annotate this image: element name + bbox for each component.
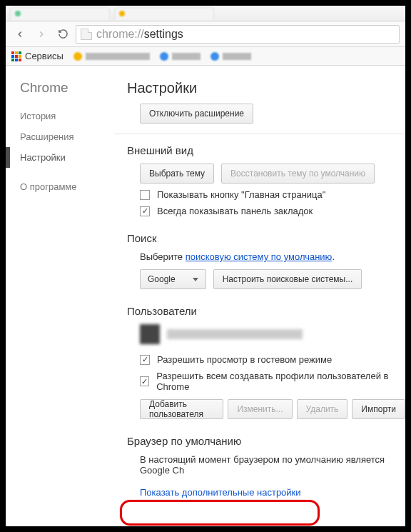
address-bar[interactable]: chrome://settings bbox=[76, 25, 400, 44]
divider bbox=[114, 134, 405, 134]
allow-create-profiles-label: Разрешить всем создавать профили пользов… bbox=[156, 371, 405, 392]
manage-search-engines-button[interactable]: Настроить поисковые системы... bbox=[213, 269, 362, 289]
bookmarks-bar: Сервисы bbox=[6, 47, 405, 66]
search-description: Выберите поисковую систему по умолчанию. bbox=[140, 251, 405, 262]
settings-sidebar: Chrome История Расширения Настройки О пр… bbox=[6, 66, 114, 526]
guest-mode-label: Разрешить просмотр в гостевом режиме bbox=[157, 354, 332, 365]
page-title: Настройки bbox=[127, 80, 405, 96]
sidebar-item-settings[interactable]: Настройки bbox=[6, 147, 114, 168]
show-advanced-link[interactable]: Показать дополнительные настройки bbox=[140, 487, 301, 498]
section-default-browser-title: Браузер по умолчанию bbox=[127, 435, 405, 447]
guest-mode-checkbox[interactable] bbox=[140, 355, 150, 365]
section-users-title: Пользователи bbox=[127, 305, 405, 317]
reload-button[interactable] bbox=[54, 26, 71, 43]
sidebar-item-about[interactable]: О программе bbox=[6, 176, 114, 197]
edit-user-button[interactable]: Изменить... bbox=[228, 399, 292, 419]
user-name bbox=[167, 329, 303, 339]
brand-title: Chrome bbox=[6, 80, 114, 106]
settings-main: Настройки Отключить расширение Внешний в… bbox=[114, 66, 405, 526]
url-scheme: chrome:// bbox=[96, 28, 144, 41]
show-home-label: Показывать кнопку "Главная страница" bbox=[157, 189, 325, 200]
import-button[interactable]: Импорти bbox=[352, 399, 405, 419]
avatar bbox=[140, 324, 160, 344]
current-user-row[interactable] bbox=[140, 324, 405, 344]
add-user-button[interactable]: Добавить пользователя bbox=[140, 399, 223, 419]
delete-user-button[interactable]: Удалить bbox=[297, 399, 348, 419]
apps-icon bbox=[11, 51, 21, 61]
browser-tab[interactable] bbox=[10, 7, 110, 20]
section-appearance-title: Внешний вид bbox=[127, 144, 405, 156]
tab-strip bbox=[6, 6, 405, 21]
default-browser-status: В настоящий момент браузером по умолчани… bbox=[140, 454, 405, 476]
apps-shortcut[interactable]: Сервисы bbox=[11, 51, 64, 61]
bookmark-item[interactable] bbox=[210, 52, 251, 61]
show-bookmarks-bar-checkbox[interactable] bbox=[140, 206, 150, 216]
sidebar-item-history[interactable]: История bbox=[6, 106, 114, 126]
disable-extension-button[interactable]: Отключить расширение bbox=[140, 104, 253, 124]
browser-toolbar: chrome://settings bbox=[6, 21, 405, 47]
default-search-link[interactable]: поисковую систему по умолчанию bbox=[186, 251, 333, 262]
back-button[interactable] bbox=[11, 26, 29, 43]
allow-create-profiles-checkbox[interactable] bbox=[140, 376, 149, 386]
search-engine-value: Google bbox=[148, 274, 176, 284]
forward-button[interactable] bbox=[33, 26, 50, 43]
bookmark-item[interactable] bbox=[73, 52, 150, 61]
choose-theme-button[interactable]: Выбрать тему bbox=[140, 164, 214, 184]
section-search-title: Поиск bbox=[127, 232, 405, 244]
restore-theme-button[interactable]: Восстановить тему по умолчанию bbox=[221, 164, 375, 184]
show-home-checkbox[interactable] bbox=[140, 190, 150, 200]
url-path: settings bbox=[144, 28, 183, 41]
bookmark-item[interactable] bbox=[160, 52, 201, 61]
apps-label: Сервисы bbox=[25, 51, 64, 61]
browser-tab[interactable] bbox=[114, 7, 214, 20]
show-bookmarks-bar-label: Всегда показывать панель закладок bbox=[157, 206, 313, 216]
chevron-down-icon bbox=[193, 278, 198, 281]
sidebar-item-extensions[interactable]: Расширения bbox=[6, 126, 114, 147]
search-engine-select[interactable]: Google bbox=[140, 269, 206, 289]
page-icon bbox=[81, 29, 92, 40]
